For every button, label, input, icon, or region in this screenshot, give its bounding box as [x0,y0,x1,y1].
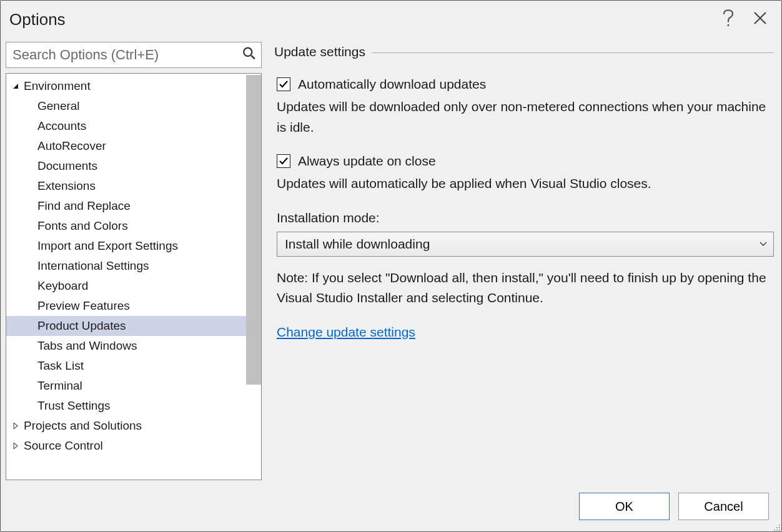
update-on-close-row: Always update on close [277,154,774,169]
tree-node-fonts-and-colors[interactable]: Fonts and Colors [6,216,261,236]
svg-point-7 [776,530,778,531]
tree-node-preview-features[interactable]: Preview Features [6,296,261,316]
tree-node-label: Terminal [37,379,82,393]
triangle-right-icon[interactable] [10,443,21,449]
window-title: Options [8,10,66,29]
tree-node-label: Projects and Solutions [24,419,142,433]
tree-node-label: Preview Features [37,299,130,313]
update-on-close-checkbox[interactable] [277,154,290,168]
tree-node-task-list[interactable]: Task List [6,356,261,376]
svg-point-8 [779,530,780,531]
auto-download-desc: Updates will be downloaded only over non… [277,97,774,137]
tree-node-import-and-export-settings[interactable]: Import and Export Settings [6,236,261,256]
svg-point-3 [779,525,780,526]
tree-node-label: Trust Settings [37,399,111,413]
tree-node-keyboard[interactable]: Keyboard [6,276,261,296]
tree-node-label: Extensions [37,179,96,193]
tree-node-label: AutoRecover [37,139,106,153]
install-mode-label: Installation mode: [277,210,774,225]
tree-node-label: Keyboard [37,279,88,293]
dialog-footer: OK Cancel [1,485,781,531]
triangle-right-icon[interactable] [10,423,21,429]
ok-button[interactable]: OK [579,493,670,520]
auto-download-row: Automatically download updates [277,77,774,92]
tree-node-accounts[interactable]: Accounts [6,116,261,136]
tree-node-label: Environment [24,79,91,93]
close-icon[interactable] [753,11,768,29]
install-mode-combo[interactable]: Install while downloading [277,232,774,257]
options-dialog: Options EnvironmentGeneralAccountsAutoRe… [0,0,782,532]
update-on-close-desc: Updates will automatically be applied wh… [277,174,774,194]
category-tree: EnvironmentGeneralAccountsAutoRecoverDoc… [6,73,262,480]
resize-grip-icon[interactable] [771,521,781,531]
left-column: EnvironmentGeneralAccountsAutoRecoverDoc… [6,42,262,480]
tree-node-extensions[interactable]: Extensions [6,176,261,196]
tree-node-find-and-replace[interactable]: Find and Replace [6,196,261,216]
svg-point-4 [776,527,778,528]
section-title: Update settings [274,44,365,59]
tree-node-label: Fonts and Colors [37,219,128,233]
titlebar-controls [723,9,774,30]
install-mode-note: Note: If you select "Download all, then … [277,268,774,308]
tree-viewport[interactable]: EnvironmentGeneralAccountsAutoRecoverDoc… [6,74,261,480]
svg-point-0 [727,24,729,26]
tree-node-international-settings[interactable]: International Settings [6,256,261,276]
tree-node-label: Task List [37,359,84,373]
section-divider [372,52,774,53]
tree-node-label: Import and Export Settings [37,239,178,253]
tree-node-label: Tabs and Windows [37,339,137,353]
tree-node-autorecover[interactable]: AutoRecover [6,136,261,156]
tree-node-projects-and-solutions[interactable]: Projects and Solutions [6,416,261,436]
cancel-button[interactable]: Cancel [678,493,769,520]
svg-point-5 [779,527,780,528]
search-icon[interactable] [242,47,256,64]
tree-node-product-updates[interactable]: Product Updates [6,316,261,336]
help-icon[interactable] [723,9,734,30]
svg-point-1 [244,48,252,56]
tree-node-label: General [37,99,80,113]
tree-scrollbar[interactable] [246,75,261,385]
titlebar: Options [1,1,781,36]
tree-node-environment[interactable]: Environment [6,76,261,96]
tree-node-label: Find and Replace [37,199,131,213]
content-area: EnvironmentGeneralAccountsAutoRecoverDoc… [1,36,781,485]
tree-node-tabs-and-windows[interactable]: Tabs and Windows [6,336,261,356]
tree-node-documents[interactable]: Documents [6,156,261,176]
triangle-down-icon[interactable] [10,83,21,89]
tree-node-trust-settings[interactable]: Trust Settings [6,396,261,416]
auto-download-checkbox[interactable] [277,77,290,91]
tree-node-label: Documents [37,159,97,173]
settings-panel: Update settings Automatically download u… [274,42,774,480]
search-input[interactable] [6,42,261,67]
svg-line-2 [251,56,255,59]
update-on-close-label: Always update on close [298,154,436,169]
tree-node-label: Accounts [37,119,86,133]
auto-download-label: Automatically download updates [298,77,486,92]
install-mode-selected: Install while downloading [285,237,430,252]
tree-node-label: Source Control [24,439,103,453]
tree-node-label: International Settings [37,259,149,273]
section-header: Update settings [274,44,774,59]
settings-body: Automatically download updates Updates w… [274,77,774,340]
tree-node-source-control[interactable]: Source Control [6,436,261,456]
tree-node-terminal[interactable]: Terminal [6,376,261,396]
chevron-down-icon [760,239,767,249]
tree-node-label: Product Updates [37,319,126,333]
tree-node-general[interactable]: General [6,96,261,116]
change-update-settings-link[interactable]: Change update settings [277,325,415,340]
search-box[interactable] [6,42,262,68]
svg-point-6 [774,530,775,531]
